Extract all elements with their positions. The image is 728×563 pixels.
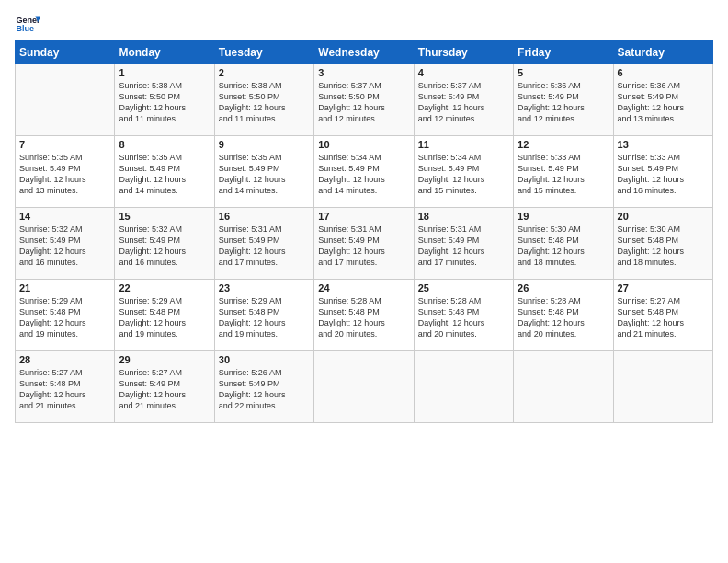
calendar-cell	[16, 64, 115, 136]
calendar-cell: 23Sunrise: 5:29 AM Sunset: 5:48 PM Dayli…	[214, 280, 313, 351]
day-info: Sunrise: 5:27 AM Sunset: 5:48 PM Dayligh…	[19, 367, 110, 412]
day-info: Sunrise: 5:34 AM Sunset: 5:49 PM Dayligh…	[318, 152, 409, 197]
day-info: Sunrise: 5:38 AM Sunset: 5:50 PM Dayligh…	[219, 80, 310, 125]
day-number: 2	[219, 67, 310, 78]
day-number: 8	[119, 139, 210, 150]
day-info: Sunrise: 5:26 AM Sunset: 5:49 PM Dayligh…	[219, 367, 310, 412]
day-info: Sunrise: 5:37 AM Sunset: 5:50 PM Dayligh…	[318, 80, 409, 125]
day-info: Sunrise: 5:31 AM Sunset: 5:49 PM Dayligh…	[219, 224, 310, 269]
weekday-header-thursday: Thursday	[414, 41, 513, 64]
calendar-cell: 17Sunrise: 5:31 AM Sunset: 5:49 PM Dayli…	[314, 208, 414, 280]
day-info: Sunrise: 5:32 AM Sunset: 5:49 PM Dayligh…	[119, 224, 210, 269]
calendar-week-row: 7Sunrise: 5:35 AM Sunset: 5:49 PM Daylig…	[16, 136, 713, 208]
day-number: 11	[418, 139, 509, 150]
day-info: Sunrise: 5:29 AM Sunset: 5:48 PM Dayligh…	[19, 295, 110, 340]
day-info: Sunrise: 5:28 AM Sunset: 5:48 PM Dayligh…	[518, 295, 609, 340]
calendar-cell: 7Sunrise: 5:35 AM Sunset: 5:49 PM Daylig…	[16, 136, 115, 208]
day-number: 27	[618, 282, 709, 293]
weekday-header-sunday: Sunday	[16, 41, 115, 64]
day-number: 1	[119, 67, 210, 78]
day-number: 17	[318, 211, 409, 222]
day-number: 24	[318, 282, 409, 293]
day-number: 20	[618, 211, 709, 222]
calendar-cell: 22Sunrise: 5:29 AM Sunset: 5:48 PM Dayli…	[115, 280, 214, 351]
day-number: 5	[518, 67, 609, 78]
calendar-cell: 12Sunrise: 5:33 AM Sunset: 5:49 PM Dayli…	[514, 136, 613, 208]
weekday-header-wednesday: Wednesday	[314, 41, 414, 64]
day-number: 7	[19, 139, 110, 150]
day-number: 30	[219, 354, 310, 365]
weekday-header-row: SundayMondayTuesdayWednesdayThursdayFrid…	[16, 41, 713, 64]
day-number: 15	[119, 211, 210, 222]
calendar-cell: 16Sunrise: 5:31 AM Sunset: 5:49 PM Dayli…	[214, 208, 313, 280]
calendar-cell: 20Sunrise: 5:30 AM Sunset: 5:48 PM Dayli…	[613, 208, 712, 280]
day-info: Sunrise: 5:31 AM Sunset: 5:49 PM Dayligh…	[418, 224, 509, 269]
calendar-table: SundayMondayTuesdayWednesdayThursdayFrid…	[15, 40, 713, 423]
day-info: Sunrise: 5:29 AM Sunset: 5:48 PM Dayligh…	[119, 295, 210, 340]
day-number: 6	[618, 67, 709, 78]
day-number: 14	[19, 211, 110, 222]
calendar-cell: 2Sunrise: 5:38 AM Sunset: 5:50 PM Daylig…	[214, 64, 313, 136]
day-info: Sunrise: 5:36 AM Sunset: 5:49 PM Dayligh…	[518, 80, 609, 125]
weekday-header-saturday: Saturday	[613, 41, 712, 64]
calendar-cell: 28Sunrise: 5:27 AM Sunset: 5:48 PM Dayli…	[16, 351, 115, 423]
day-number: 19	[518, 211, 609, 222]
calendar-cell: 10Sunrise: 5:34 AM Sunset: 5:49 PM Dayli…	[314, 136, 414, 208]
calendar-week-row: 28Sunrise: 5:27 AM Sunset: 5:48 PM Dayli…	[16, 351, 713, 423]
calendar-cell: 19Sunrise: 5:30 AM Sunset: 5:48 PM Dayli…	[514, 208, 613, 280]
calendar-cell: 4Sunrise: 5:37 AM Sunset: 5:49 PM Daylig…	[414, 64, 513, 136]
day-info: Sunrise: 5:30 AM Sunset: 5:48 PM Dayligh…	[518, 224, 609, 269]
calendar-cell: 3Sunrise: 5:37 AM Sunset: 5:50 PM Daylig…	[314, 64, 414, 136]
day-number: 29	[119, 354, 210, 365]
calendar-cell: 9Sunrise: 5:35 AM Sunset: 5:49 PM Daylig…	[214, 136, 313, 208]
day-number: 3	[318, 67, 409, 78]
calendar-cell	[514, 351, 613, 423]
calendar-week-row: 14Sunrise: 5:32 AM Sunset: 5:49 PM Dayli…	[16, 208, 713, 280]
day-number: 4	[418, 67, 509, 78]
calendar-cell: 26Sunrise: 5:28 AM Sunset: 5:48 PM Dayli…	[514, 280, 613, 351]
calendar-cell: 11Sunrise: 5:34 AM Sunset: 5:49 PM Dayli…	[414, 136, 513, 208]
logo-icon: General Blue	[15, 11, 40, 37]
logo: General Blue	[15, 11, 40, 37]
calendar-cell: 24Sunrise: 5:28 AM Sunset: 5:48 PM Dayli…	[314, 280, 414, 351]
calendar-week-row: 1Sunrise: 5:38 AM Sunset: 5:50 PM Daylig…	[16, 64, 713, 136]
day-number: 16	[219, 211, 310, 222]
day-info: Sunrise: 5:35 AM Sunset: 5:49 PM Dayligh…	[19, 152, 110, 197]
calendar-week-row: 21Sunrise: 5:29 AM Sunset: 5:48 PM Dayli…	[16, 280, 713, 351]
calendar-cell: 25Sunrise: 5:28 AM Sunset: 5:48 PM Dayli…	[414, 280, 513, 351]
day-info: Sunrise: 5:35 AM Sunset: 5:49 PM Dayligh…	[219, 152, 310, 197]
calendar-cell: 1Sunrise: 5:38 AM Sunset: 5:50 PM Daylig…	[115, 64, 214, 136]
svg-text:Blue: Blue	[16, 24, 34, 33]
day-number: 13	[618, 139, 709, 150]
day-info: Sunrise: 5:27 AM Sunset: 5:49 PM Dayligh…	[119, 367, 210, 412]
day-info: Sunrise: 5:30 AM Sunset: 5:48 PM Dayligh…	[618, 224, 709, 269]
day-info: Sunrise: 5:37 AM Sunset: 5:49 PM Dayligh…	[418, 80, 509, 125]
day-number: 22	[119, 282, 210, 293]
calendar-header: SundayMondayTuesdayWednesdayThursdayFrid…	[16, 41, 713, 64]
day-number: 9	[219, 139, 310, 150]
day-info: Sunrise: 5:38 AM Sunset: 5:50 PM Dayligh…	[119, 80, 210, 125]
calendar-cell: 14Sunrise: 5:32 AM Sunset: 5:49 PM Dayli…	[16, 208, 115, 280]
day-number: 21	[19, 282, 110, 293]
weekday-header-monday: Monday	[115, 41, 214, 64]
calendar-cell	[613, 351, 712, 423]
day-number: 23	[219, 282, 310, 293]
day-info: Sunrise: 5:32 AM Sunset: 5:49 PM Dayligh…	[19, 224, 110, 269]
day-info: Sunrise: 5:33 AM Sunset: 5:49 PM Dayligh…	[518, 152, 609, 197]
page-container: General Blue SundayMondayTuesdayWednesda…	[0, 0, 728, 431]
day-info: Sunrise: 5:28 AM Sunset: 5:48 PM Dayligh…	[418, 295, 509, 340]
day-info: Sunrise: 5:33 AM Sunset: 5:49 PM Dayligh…	[618, 152, 709, 197]
day-number: 10	[318, 139, 409, 150]
day-info: Sunrise: 5:28 AM Sunset: 5:48 PM Dayligh…	[318, 295, 409, 340]
weekday-header-friday: Friday	[514, 41, 613, 64]
calendar-cell	[414, 351, 513, 423]
day-info: Sunrise: 5:36 AM Sunset: 5:49 PM Dayligh…	[618, 80, 709, 125]
day-info: Sunrise: 5:35 AM Sunset: 5:49 PM Dayligh…	[119, 152, 210, 197]
calendar-cell: 6Sunrise: 5:36 AM Sunset: 5:49 PM Daylig…	[613, 64, 712, 136]
day-number: 18	[418, 211, 509, 222]
day-info: Sunrise: 5:31 AM Sunset: 5:49 PM Dayligh…	[318, 224, 409, 269]
calendar-cell: 21Sunrise: 5:29 AM Sunset: 5:48 PM Dayli…	[16, 280, 115, 351]
header: General Blue	[15, 11, 713, 37]
calendar-cell: 30Sunrise: 5:26 AM Sunset: 5:49 PM Dayli…	[214, 351, 313, 423]
day-info: Sunrise: 5:29 AM Sunset: 5:48 PM Dayligh…	[219, 295, 310, 340]
